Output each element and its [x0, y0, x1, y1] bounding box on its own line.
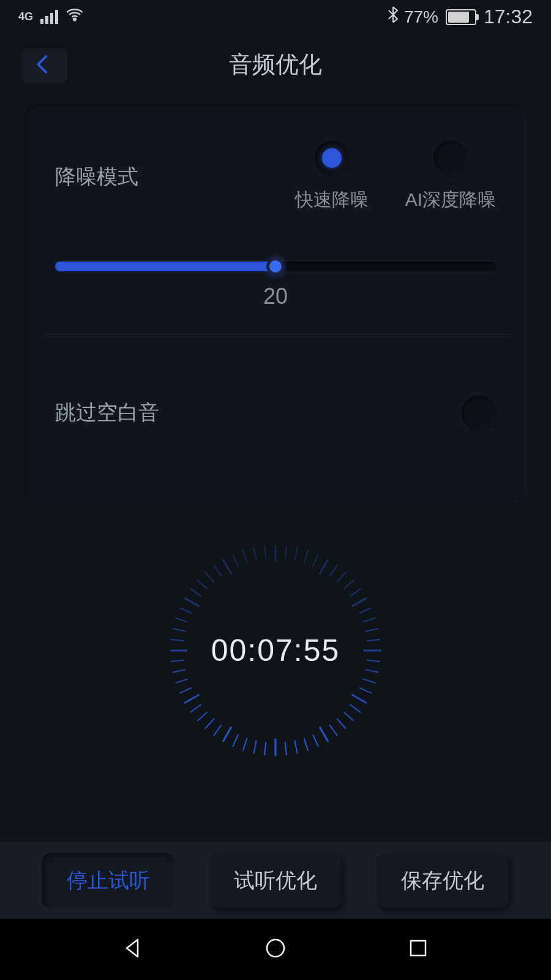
svg-line-60	[264, 546, 266, 559]
clock-time: 17:32	[484, 6, 533, 28]
svg-line-55	[214, 565, 222, 576]
noise-reduction-slider-section: 20	[55, 262, 496, 309]
svg-line-17	[367, 660, 380, 662]
svg-line-18	[365, 669, 379, 673]
svg-line-56	[223, 559, 231, 574]
battery-icon	[446, 9, 476, 25]
svg-line-34	[243, 738, 247, 751]
svg-point-61	[267, 940, 284, 957]
svg-line-43	[175, 679, 188, 683]
svg-line-23	[343, 712, 353, 721]
timer-display: 00:07:55	[211, 633, 340, 668]
svg-line-45	[171, 660, 184, 662]
svg-line-37	[214, 725, 222, 736]
svg-line-48	[173, 628, 186, 631]
network-type: 4G	[18, 10, 33, 23]
save-optimize-button[interactable]: 保存优化	[377, 853, 509, 908]
chevron-left-icon	[34, 53, 51, 75]
stop-preview-button[interactable]: 停止试听	[42, 853, 174, 908]
radio-label-fast: 快速降噪	[295, 187, 369, 213]
svg-line-50	[179, 608, 192, 613]
status-left: 4G	[18, 6, 84, 28]
svg-line-7	[329, 565, 337, 576]
svg-line-2	[285, 546, 287, 559]
settings-panel: 降噪模式 快速降噪 AI深度降噪 20 跳过空白音	[24, 104, 527, 503]
nav-back-icon[interactable]	[121, 936, 145, 963]
svg-line-53	[197, 580, 207, 589]
svg-line-21	[352, 695, 367, 703]
timer-clock: 00:07:55	[165, 540, 386, 761]
svg-line-22	[350, 704, 361, 712]
skip-silence-toggle[interactable]	[462, 396, 496, 430]
svg-line-10	[350, 589, 361, 597]
svg-line-28	[304, 738, 308, 751]
bluetooth-icon	[387, 6, 399, 28]
svg-line-58	[243, 550, 247, 563]
svg-line-25	[329, 725, 337, 736]
slider-fill	[55, 262, 276, 271]
svg-line-52	[190, 589, 201, 597]
page-title: 音频优化	[229, 49, 322, 80]
slider-value: 20	[55, 284, 496, 309]
svg-line-33	[253, 741, 257, 754]
slider-thumb[interactable]	[266, 257, 285, 276]
svg-line-30	[285, 742, 287, 755]
svg-line-51	[184, 598, 199, 606]
svg-line-4	[304, 550, 308, 563]
svg-line-41	[184, 695, 199, 703]
svg-line-27	[313, 734, 318, 747]
skip-silence-row: 跳过空白音	[55, 359, 496, 479]
svg-line-6	[320, 559, 328, 574]
noise-reduction-radio-group: 快速降噪 AI深度降噪	[295, 141, 496, 213]
svg-line-36	[223, 727, 231, 742]
nav-home-icon[interactable]	[263, 936, 288, 963]
svg-line-8	[337, 572, 346, 582]
skip-silence-label: 跳过空白音	[55, 399, 159, 427]
timer-section: 00:07:55	[0, 540, 551, 761]
svg-line-12	[359, 608, 372, 613]
svg-line-40	[190, 704, 201, 712]
svg-rect-62	[411, 941, 425, 956]
svg-line-3	[294, 548, 298, 561]
bottom-action-bar: 停止试听 试听优化 保存优化	[0, 842, 551, 919]
nav-recent-icon[interactable]	[406, 936, 430, 963]
svg-line-47	[171, 639, 184, 641]
svg-line-11	[352, 598, 367, 606]
svg-line-29	[294, 741, 298, 754]
radio-circle-ai-deep[interactable]	[433, 141, 468, 175]
svg-line-26	[320, 727, 328, 742]
svg-line-9	[343, 580, 353, 589]
header: 音频优化	[0, 34, 551, 95]
wifi-icon	[66, 6, 84, 28]
svg-line-24	[337, 718, 346, 728]
svg-line-42	[179, 688, 192, 693]
noise-reduction-slider[interactable]	[55, 262, 496, 271]
battery-percent: 77%	[404, 7, 438, 27]
signal-icon	[40, 10, 58, 24]
system-nav-bar	[0, 919, 551, 980]
svg-line-15	[367, 639, 380, 641]
svg-line-59	[253, 548, 257, 561]
noise-reduction-row: 降噪模式 快速降噪 AI深度降噪	[55, 141, 496, 213]
svg-line-13	[363, 618, 376, 622]
back-button[interactable]	[18, 46, 67, 83]
status-bar: 4G 77% 17:32	[0, 0, 551, 34]
svg-line-5	[313, 554, 318, 567]
svg-line-14	[365, 628, 379, 631]
radio-option-fast[interactable]: 快速降噪	[295, 141, 369, 213]
radio-circle-fast[interactable]	[315, 141, 349, 175]
svg-line-38	[205, 718, 214, 728]
svg-line-35	[233, 734, 238, 747]
svg-line-54	[205, 572, 214, 582]
svg-line-20	[359, 688, 372, 693]
svg-line-39	[197, 712, 207, 721]
noise-reduction-label: 降噪模式	[55, 163, 138, 191]
divider	[43, 334, 508, 334]
radio-option-ai-deep[interactable]: AI深度降噪	[405, 141, 496, 213]
svg-point-0	[73, 18, 76, 21]
svg-line-32	[264, 742, 266, 755]
preview-optimize-button[interactable]: 试听优化	[209, 853, 342, 908]
svg-line-57	[233, 554, 238, 567]
status-right: 77% 17:32	[387, 6, 533, 28]
svg-line-44	[173, 669, 186, 673]
